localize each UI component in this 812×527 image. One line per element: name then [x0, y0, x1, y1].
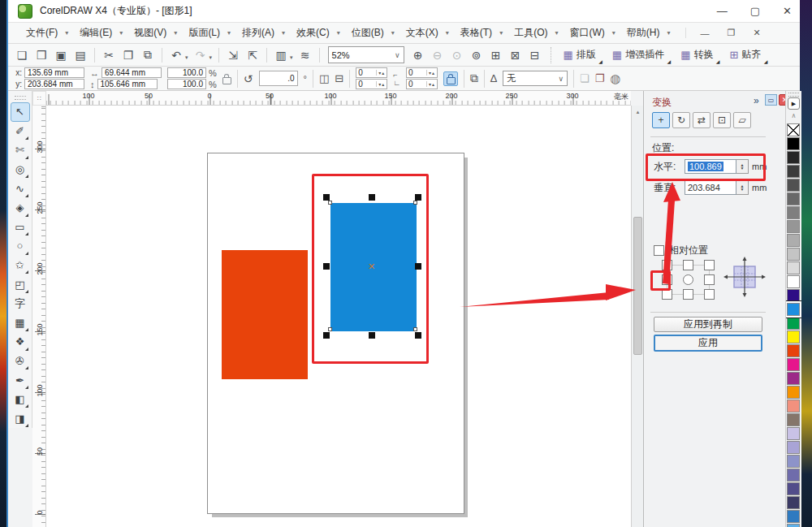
new-icon[interactable]: ❏	[13, 46, 31, 64]
menu-item-8[interactable]: 表格(T)	[460, 26, 492, 40]
save-icon[interactable]: ▣	[52, 46, 70, 64]
undo-icon[interactable]: ↶	[167, 46, 185, 64]
typesetting-button[interactable]: ▦排版◢	[559, 46, 601, 63]
interactive-blend-tool[interactable]: ❖	[11, 332, 30, 352]
swatch-13[interactable]	[787, 303, 800, 316]
swatch-9[interactable]	[787, 248, 800, 261]
relative-position-checkbox[interactable]	[654, 245, 664, 256]
docker-minimize-button[interactable]: ▭	[765, 94, 777, 106]
swatch-29[interactable]	[787, 524, 800, 527]
doc-restore-icon[interactable]: ❐	[728, 28, 736, 38]
selection-handle[interactable]	[369, 194, 375, 201]
menu-caret-icon[interactable]: ▾	[391, 29, 395, 37]
smart-fill-tool[interactable]: ◈	[11, 198, 30, 218]
zoom-selected-icon[interactable]: ⊚	[468, 46, 486, 64]
application-launcher-icon[interactable]: ▥	[272, 46, 290, 64]
swatch-24[interactable]	[787, 455, 800, 468]
menu-caret-icon[interactable]: ▾	[555, 29, 558, 37]
swatch-26[interactable]	[787, 482, 800, 495]
selection-handle[interactable]	[415, 263, 421, 270]
wrap-front-icon[interactable]: ❐	[595, 72, 605, 84]
zoom-in-icon[interactable]: ⊕	[409, 46, 427, 64]
swatch-3[interactable]	[787, 165, 800, 178]
swatch-4[interactable]	[787, 179, 800, 192]
object-height-field[interactable]: 105.646 mm	[97, 79, 158, 89]
doc-minimize-icon[interactable]: —	[701, 28, 710, 38]
menu-caret-icon[interactable]: ▾	[65, 29, 68, 37]
selection-handle[interactable]	[415, 332, 421, 339]
cut-icon[interactable]: ✂	[100, 46, 118, 64]
outline-width-combo[interactable]: 无 ∨	[503, 71, 568, 86]
text-wrap-icon[interactable]: ⧉	[470, 71, 478, 85]
menu-item-2[interactable]: 视图(V)	[134, 26, 166, 40]
anchor-checkbox[interactable]	[704, 260, 715, 270]
scale-lock-icon[interactable]	[222, 77, 231, 84]
scale-v-field[interactable]: 100.0	[167, 79, 206, 89]
swatch-23[interactable]	[787, 441, 800, 454]
horizontal-ruler[interactable]: 毫米 10050050100150200250300	[46, 91, 631, 106]
apply-button[interactable]: 应用	[654, 335, 762, 352]
redo-icon[interactable]: ↷	[192, 46, 209, 64]
anchor-checkbox-checked[interactable]: ✓	[662, 274, 672, 285]
corner-tr-spinner[interactable]: 0▾▴	[406, 67, 438, 78]
swatch-21[interactable]	[787, 413, 800, 426]
menu-caret-icon[interactable]: ▾	[337, 29, 340, 37]
pick-tool[interactable]: ↖	[11, 102, 30, 122]
menu-caret-icon[interactable]: ▾	[612, 29, 615, 37]
anchor-checkbox[interactable]	[704, 274, 715, 285]
swatch-22[interactable]	[787, 427, 800, 440]
eyedropper-tool[interactable]: ✇	[11, 352, 30, 371]
zoom-out-icon[interactable]: ⊖	[429, 46, 447, 64]
swatch-25[interactable]	[787, 469, 800, 482]
transform-tab-rotate[interactable]: ↻	[672, 112, 690, 128]
swatch-6[interactable]	[787, 206, 800, 219]
menu-item-0[interactable]: 文件(F)	[26, 26, 58, 40]
anchor-radio[interactable]	[683, 274, 693, 285]
swatch-28[interactable]	[787, 510, 800, 523]
object-properties-icon[interactable]: ◍	[610, 71, 620, 86]
interactive-fill-tool[interactable]: ◨	[11, 408, 30, 428]
rectangle-tool[interactable]: ▭	[11, 218, 30, 237]
menu-item-11[interactable]: 帮助(H)	[627, 26, 660, 40]
corner-bl-spinner[interactable]: 0▾▴	[356, 79, 387, 89]
swatch-15[interactable]	[787, 330, 800, 343]
swatch-5[interactable]	[787, 192, 800, 205]
selection-handle[interactable]	[369, 332, 375, 339]
corner-br-spinner[interactable]: 0▾▴	[406, 79, 438, 89]
zoom-one-shot-icon[interactable]: ⊙	[448, 46, 466, 64]
horizontal-spinner[interactable]: ▲▼	[736, 159, 749, 174]
table-tool[interactable]: ▦	[11, 313, 30, 333]
minimize-icon[interactable]: —	[717, 6, 728, 16]
open-icon[interactable]: ❒	[32, 46, 50, 64]
transform-tab-scale-mirror[interactable]: ⇄	[693, 112, 710, 128]
print-icon[interactable]: ▤	[71, 46, 89, 64]
outline-pen-tool[interactable]: ✒	[11, 370, 30, 390]
object-x-field[interactable]: 135.69 mm	[24, 67, 84, 78]
chevron-down-icon[interactable]: ▾	[185, 54, 188, 61]
swatch-20[interactable]	[787, 400, 800, 413]
menu-item-5[interactable]: 效果(C)	[296, 26, 330, 40]
object-width-field[interactable]: 69.644 mm	[102, 67, 162, 78]
menu-caret-icon[interactable]: ▾	[446, 29, 449, 37]
anchor-checkbox[interactable]	[704, 289, 715, 300]
corner-lock-button[interactable]	[443, 71, 458, 86]
fill-tool[interactable]: ◧	[11, 390, 30, 409]
drawing-canvas[interactable]: ✕	[46, 106, 631, 527]
menu-item-10[interactable]: 窗口(W)	[569, 26, 604, 40]
maximize-icon[interactable]: ▢	[750, 6, 760, 16]
copy-icon[interactable]: ❐	[119, 46, 137, 64]
orange-rectangle-shape[interactable]	[222, 250, 308, 379]
menu-caret-icon[interactable]: ▾	[282, 29, 285, 37]
rotation-angle-field[interactable]: .0	[259, 71, 298, 86]
palette-scroll-up-icon[interactable]: ∧	[788, 113, 800, 121]
menu-caret-icon[interactable]: ▾	[174, 29, 177, 37]
freehand-tool[interactable]: ∿	[11, 179, 30, 198]
vertical-ruler[interactable]: 300250200150100500	[32, 106, 46, 527]
doc-close-icon[interactable]: ✕	[753, 28, 760, 38]
selection-handle[interactable]	[415, 194, 421, 201]
convert-button[interactable]: ▦转换◢	[676, 46, 718, 63]
menu-caret-icon[interactable]: ▾	[667, 29, 671, 37]
swatch-no-color[interactable]	[787, 123, 800, 136]
scrollbar-thumb[interactable]	[633, 217, 642, 355]
object-y-field[interactable]: 203.684 mm	[24, 79, 84, 89]
